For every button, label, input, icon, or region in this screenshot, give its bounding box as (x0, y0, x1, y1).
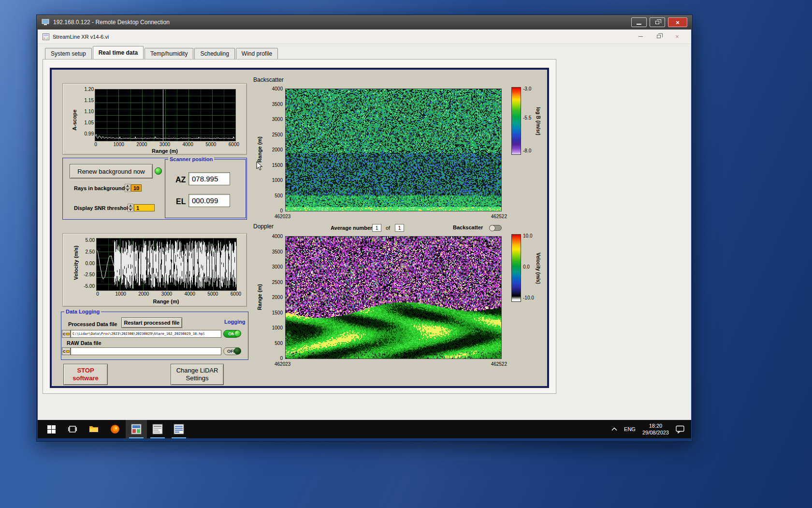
tab-scheduling[interactable]: Scheduling (194, 48, 234, 59)
tick-label: 0 (280, 356, 283, 361)
tab-wind-profile[interactable]: Wind profile (236, 48, 278, 59)
taskbar: ENG 18:20 29/08/2023 (38, 420, 691, 438)
field-value: 1 (136, 205, 139, 211)
tab-real-time-data[interactable]: Real time data (93, 46, 144, 59)
renew-background-led (155, 167, 162, 175)
backscatter-x-left: 462023 (275, 214, 290, 219)
app-title: StreamLine XR v14-6.vi (53, 34, 109, 40)
app-restore-button[interactable] (650, 30, 668, 44)
terminal-app-button[interactable] (168, 420, 189, 438)
tick-label: 2000 (131, 142, 152, 147)
ascope-ylabel: A-scope (72, 109, 77, 130)
el-value-field[interactable]: 000.099 (188, 194, 230, 207)
app-titlebar[interactable]: StreamLine XR v14-6.vi × (38, 30, 691, 44)
app-close-button[interactable]: × (668, 30, 686, 44)
rdp-restore-button[interactable] (650, 17, 665, 27)
change-lidar-settings-button[interactable]: Change LiDARSettings (171, 364, 224, 385)
spin-up-icon[interactable] (125, 184, 130, 188)
tick-label: 3500 (272, 250, 283, 254)
rdp-minimize-button[interactable] (631, 17, 647, 27)
raw-data-file-label: RAW Data file (67, 340, 102, 346)
close-icon: × (675, 33, 679, 40)
spin-up-icon[interactable] (128, 204, 133, 208)
raw-path-browse-icon[interactable]: C (62, 347, 71, 355)
field-value: 1 (376, 225, 378, 231)
restore-icon (655, 21, 659, 24)
tick-label: 3000 (272, 265, 283, 269)
rdp-titlebar[interactable]: 192.168.0.122 - Remote Desktop Connectio… (37, 15, 692, 30)
tick-label: 1.10 (85, 109, 94, 114)
task-view-button[interactable] (62, 420, 83, 438)
processed-logging-led (234, 330, 241, 337)
terminal-app-icon (174, 424, 184, 434)
tick-label: 1.05 (85, 120, 94, 125)
doppler-x-left: 462023 (275, 361, 290, 367)
doppler-heatmap-canvas (286, 237, 501, 359)
backscatter-display-toggle[interactable] (489, 225, 502, 231)
processed-data-file-label: Processed Data file (68, 321, 117, 327)
average-number-label: Average number (331, 225, 372, 231)
scan-scheduler-icon (152, 424, 163, 434)
firefox-button[interactable] (104, 420, 126, 438)
tab-label: Real time data (99, 49, 138, 56)
restart-processed-file-button[interactable]: Restart processed file (121, 317, 182, 328)
tick-label: 500 (275, 341, 283, 346)
tab-strip: System setup Real time data Temp/humidit… (45, 46, 278, 59)
tick-label: 3000 (156, 291, 177, 297)
rays-spinner[interactable] (125, 184, 130, 192)
spin-down-icon[interactable] (125, 188, 130, 193)
tab-temp-humidity[interactable]: Temp/humidity (145, 48, 193, 59)
field-value: 000.099 (192, 196, 218, 205)
file-explorer-button[interactable] (83, 420, 104, 438)
rays-value-field[interactable]: 10 (131, 184, 142, 192)
colorbar-tick: -5.5 (523, 115, 531, 120)
field-value: 1 (398, 225, 401, 231)
button-label: Renew background now (77, 168, 145, 175)
tick-label: 3000 (154, 142, 175, 147)
tick-label: 2500 (272, 133, 283, 137)
az-value-field[interactable]: 078.995 (188, 172, 230, 185)
velocity-xlabel: Range (m) (96, 299, 236, 304)
tick-label: 3500 (272, 102, 283, 107)
spin-down-icon[interactable] (128, 208, 133, 212)
processed-path-browse-icon[interactable]: C (62, 330, 71, 338)
backscatter-heatmap-canvas (286, 89, 501, 211)
average-total-field[interactable]: 1 (395, 224, 404, 232)
mouse-cursor (256, 161, 264, 171)
snr-value-field[interactable]: 1 (134, 204, 155, 211)
colorbar-tick: 10.0 (523, 233, 532, 239)
tick-label: 500 (275, 194, 283, 198)
scan-scheduler-button[interactable] (147, 420, 168, 438)
average-number-field[interactable]: 1 (372, 224, 381, 232)
toggle-knob (489, 225, 495, 231)
velocity-plot-area (96, 238, 237, 291)
el-label: EL (176, 197, 186, 206)
processed-path-field[interactable]: C:\Lidar\Data\Proc\2023\202308\20230829\… (71, 330, 221, 338)
raw-path-field[interactable] (71, 347, 221, 355)
tick-label: 2500 (272, 280, 283, 285)
language-indicator[interactable]: ENG (624, 426, 636, 432)
scanner-position-title: Scanner position (168, 156, 214, 162)
front-panel: A-scope 1.201.151.101.050.99 01000200030… (50, 68, 549, 388)
ascope-plot-canvas (95, 90, 235, 141)
show-hidden-icons-chevron[interactable] (611, 427, 617, 431)
renew-background-button[interactable]: Renew background now (70, 164, 153, 179)
tick-label: 1500 (272, 311, 283, 315)
tab-label: Temp/humidity (150, 50, 188, 57)
tab-system-setup[interactable]: System setup (45, 48, 92, 59)
app-minimize-button[interactable] (631, 30, 650, 44)
rdp-close-button[interactable]: × (668, 17, 687, 27)
rdp-window: 192.168.0.122 - Remote Desktop Connectio… (36, 15, 693, 442)
tick-label: 1000 (272, 326, 283, 330)
streamline-app-button[interactable] (126, 420, 147, 438)
path-text: C:\Lidar\Data\Proc\2023\202308\20230829\… (72, 332, 205, 336)
velocity-graph: Velocity (m/s) 5.002.500.00-2.50-5.00 01… (62, 233, 247, 307)
backscatter-plot-area (285, 89, 502, 211)
snr-spinner[interactable] (128, 204, 133, 212)
start-button[interactable] (41, 420, 62, 438)
taskbar-clock[interactable]: 18:20 29/08/2023 (642, 422, 669, 436)
action-center-icon[interactable] (676, 425, 684, 433)
content-area: A-scope 1.201.151.101.050.99 01000200030… (43, 59, 556, 394)
tick-label: 4000 (179, 291, 201, 297)
stop-software-button[interactable]: STOPsoftware (63, 364, 108, 385)
